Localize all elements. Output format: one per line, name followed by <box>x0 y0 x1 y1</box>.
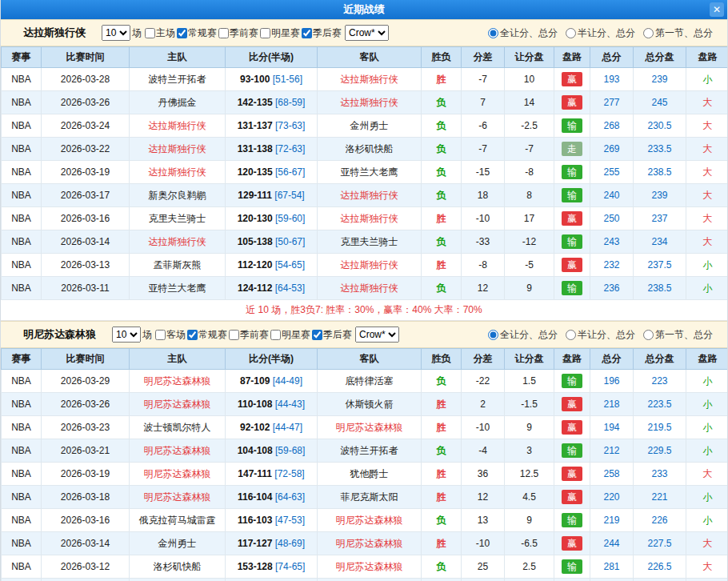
cell-score: 131-138 [72-63] <box>226 138 318 161</box>
radio-option[interactable]: 半让分、总分 <box>566 26 635 40</box>
radio-input[interactable] <box>488 28 498 38</box>
cell-score: 117-127 [48-69] <box>226 532 318 555</box>
half-score: [72-63] <box>275 143 305 154</box>
cell-date: 2026-03-26 <box>42 91 130 114</box>
cell-league: NBA <box>2 277 42 300</box>
cell-handicap-result: 赢 <box>554 68 590 91</box>
cell-handicap: 12.5 <box>505 463 554 486</box>
summary: 近 10 场，胜3负7: 胜率：30%，赢率：40% 大率：70% <box>1 300 727 321</box>
table-row: NBA2026-03-14金州勇士117-127 [48-69]明尼苏达森林狼胜… <box>2 532 728 555</box>
cell-away-team: 明尼苏达森林狼 <box>318 416 422 439</box>
filter-checkbox-label[interactable]: 明星赛 <box>270 328 310 342</box>
games-count-select[interactable]: 10 <box>112 327 141 343</box>
filter-checkbox[interactable] <box>155 330 166 340</box>
filter-checkbox[interactable] <box>229 330 239 340</box>
cell-away-team: 达拉斯独行侠 <box>318 254 422 277</box>
cell-total-line: 226.5 <box>634 579 686 581</box>
radio-input[interactable] <box>643 28 654 38</box>
radio-group: 全让分、总分半让分、总分第一节、总分 <box>488 26 713 40</box>
cell-handicap-result: 输 <box>554 555 590 579</box>
cell-league: NBA <box>2 114 42 138</box>
cell-score: 110-108 [44-43] <box>226 393 318 416</box>
column-header: 盘路 <box>686 47 728 68</box>
filter-checkbox-label[interactable]: 主场 <box>145 26 175 40</box>
total-result-text: 大 <box>703 468 713 479</box>
full-score: 87-109 <box>240 375 270 387</box>
cell-handicap-result: 输 <box>554 114 590 138</box>
games-count-select[interactable]: 10 <box>102 25 130 41</box>
cell-away-team: 明尼苏达森林狼 <box>318 532 422 555</box>
radio-input[interactable] <box>488 330 498 340</box>
cell-away-team: 达拉斯独行侠 <box>318 207 422 230</box>
cell-home-team: 金州勇士 <box>130 532 226 555</box>
full-score: 131-138 <box>238 143 273 154</box>
total-result-text: 大 <box>703 143 713 154</box>
total-result-text: 小 <box>703 491 713 503</box>
cell-score: 120-106 [45-45] <box>226 579 318 581</box>
table-row: NBA2026-03-12洛杉矶快船153-128 [74-65]明尼苏达森林狼… <box>2 555 728 579</box>
cell-result: 胜 <box>422 532 462 555</box>
total-result-text: 大 <box>703 236 713 247</box>
half-score: [64-53] <box>275 282 305 294</box>
filter-label: 常规赛 <box>188 26 217 40</box>
cell-handicap-result: 输 <box>554 277 590 300</box>
filter-checkbox-label[interactable]: 季后赛 <box>312 328 352 342</box>
cell-diff: -6 <box>462 114 505 138</box>
cell-total-result: 小 <box>686 509 728 532</box>
filter-checkbox[interactable] <box>260 28 270 38</box>
radio-option[interactable]: 第一节、总分 <box>643 328 713 342</box>
cell-result: 负 <box>422 230 462 254</box>
column-header: 比分(半场) <box>226 349 318 370</box>
cell-date: 2026-03-29 <box>42 370 130 393</box>
radio-input[interactable] <box>566 28 576 38</box>
cell-result: 胜 <box>422 254 462 277</box>
filter-checkbox[interactable] <box>302 28 312 38</box>
filter-checkbox[interactable] <box>177 28 187 38</box>
cell-handicap: -2.5 <box>505 114 554 138</box>
filter-checkbox-label[interactable]: 常规赛 <box>187 328 227 342</box>
filter-checkbox-label[interactable]: 明星赛 <box>260 26 300 40</box>
cell-home-team: 克里夫兰骑士 <box>130 207 226 230</box>
cell-home-team: 达拉斯独行侠 <box>130 161 226 184</box>
cell-league: NBA <box>2 416 42 439</box>
radio-option[interactable]: 全让分、总分 <box>488 328 558 342</box>
cell-result: 负 <box>422 114 462 138</box>
radio-input[interactable] <box>643 330 654 340</box>
full-score: 153-128 <box>238 561 273 572</box>
filter-checkbox[interactable] <box>218 28 229 38</box>
close-icon[interactable]: ✕ <box>710 2 724 17</box>
handicap-result-badge: 走 <box>562 142 582 156</box>
filter-checkbox-label[interactable]: 季后赛 <box>302 26 342 40</box>
radio-input[interactable] <box>566 330 576 340</box>
radio-option[interactable]: 半让分、总分 <box>566 328 635 342</box>
cell-total-result: 大 <box>686 532 728 555</box>
cell-handicap-result: 赢 <box>554 393 590 416</box>
filter-checkbox[interactable] <box>312 330 322 340</box>
filter-checkbox-label[interactable]: 季前赛 <box>229 328 269 342</box>
total-result-text: 大 <box>703 538 713 549</box>
mode-select[interactable]: Crow* <box>345 25 389 41</box>
filter-checkbox-label[interactable]: 客场 <box>155 328 186 342</box>
cell-handicap-result: 输 <box>554 509 590 532</box>
sections-container: 达拉斯独行侠 10 场 主场常规赛季前赛明星赛季后赛 Crow* 全让分、总分半… <box>1 19 727 581</box>
filter-label: 明星赛 <box>271 26 300 40</box>
filter-checkbox[interactable] <box>145 28 155 38</box>
total-result-text: 大 <box>703 190 713 201</box>
cell-date: 2026-03-11 <box>42 579 130 581</box>
cell-result: 负 <box>422 91 462 114</box>
filter-checkbox-label[interactable]: 常规赛 <box>177 26 217 40</box>
filter-checkbox-label[interactable]: 季前赛 <box>218 26 258 40</box>
cell-date: 2026-03-11 <box>42 277 130 300</box>
total-result-text: 大 <box>703 213 713 224</box>
mode-select[interactable]: Crow* <box>355 327 399 343</box>
radio-option[interactable]: 第一节、总分 <box>643 26 713 40</box>
cell-league: NBA <box>2 532 42 555</box>
table-row: NBA2026-03-24达拉斯独行侠131-137 [73-63]金州勇士负-… <box>2 114 728 138</box>
cell-score: 87-109 [44-49] <box>226 370 318 393</box>
cell-away-team: 克里夫兰骑士 <box>318 230 422 254</box>
filter-checkbox[interactable] <box>187 330 198 340</box>
filter-checkbox[interactable] <box>270 330 281 340</box>
total-result-text: 小 <box>703 445 713 456</box>
radio-option[interactable]: 全让分、总分 <box>488 26 558 40</box>
cell-total: 281 <box>590 555 634 579</box>
